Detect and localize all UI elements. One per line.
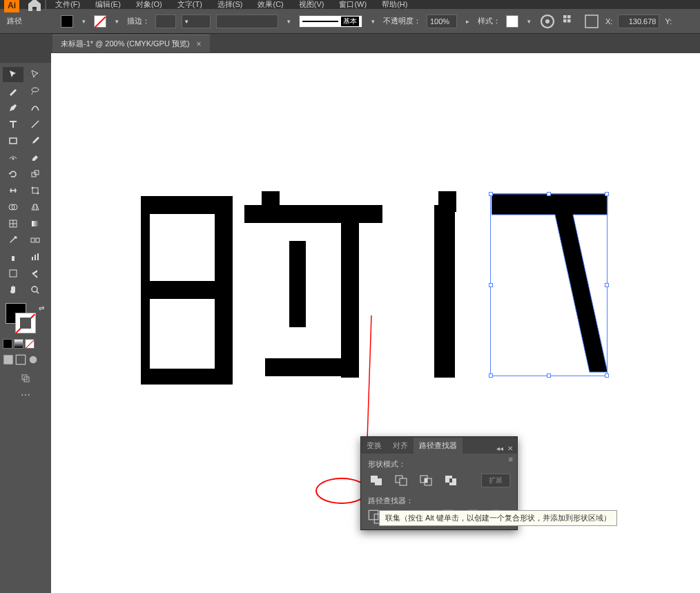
curvature-tool[interactable] <box>25 100 46 115</box>
selection-handle-bm[interactable] <box>547 373 551 378</box>
perspective-tool[interactable] <box>25 200 46 215</box>
mesh-tool[interactable] <box>3 216 23 231</box>
exclude-button[interactable] <box>443 474 459 487</box>
stroke-weight-input[interactable] <box>155 14 176 28</box>
brush-dropdown-icon[interactable]: ▾ <box>284 17 293 26</box>
shaper-tool[interactable] <box>3 150 23 165</box>
eyedropper-tool[interactable] <box>3 233 23 248</box>
selection-handle-tl[interactable] <box>489 192 493 196</box>
screen-mode-normal[interactable] <box>3 354 14 365</box>
svg-rect-21 <box>12 256 14 261</box>
style-dropdown-icon[interactable]: ▾ <box>524 17 534 26</box>
align-icon[interactable] <box>561 13 578 30</box>
minus-front-button[interactable] <box>393 474 409 487</box>
recolor-icon[interactable] <box>539 13 556 30</box>
rotate-tool[interactable] <box>3 166 23 182</box>
panel-close-icon[interactable]: ✕ <box>506 443 514 454</box>
control-bar: 路径 ▾ ▾ 描边： ▾ ▾ 基本 ▾ 不透明度： ▸ 样式： ▾ X: Y: <box>0 9 700 34</box>
rectangle-tool[interactable] <box>3 133 23 148</box>
width-tool[interactable] <box>3 183 23 198</box>
blend-tool[interactable] <box>25 233 46 248</box>
lasso-tool[interactable] <box>25 84 46 99</box>
tab-align[interactable]: 对齐 <box>387 438 414 454</box>
stroke-profile[interactable]: ▾ <box>182 14 211 28</box>
color-mode-gradient[interactable] <box>14 339 23 349</box>
artboard-tool[interactable] <box>3 266 23 281</box>
menu-file[interactable]: 文件(F) <box>48 0 87 10</box>
selection-bounds[interactable] <box>490 193 607 376</box>
zoom-tool[interactable] <box>25 282 46 298</box>
gradient-tool[interactable] <box>25 216 46 231</box>
menu-effect[interactable]: 效果(C) <box>251 0 290 10</box>
menu-help[interactable]: 帮助(H) <box>375 0 414 10</box>
menu-type[interactable]: 文字(T) <box>171 0 209 10</box>
unite-button[interactable] <box>368 474 385 487</box>
menu-window[interactable]: 窗口(W) <box>332 0 373 10</box>
edit-toolbar-icon[interactable]: ⋯ <box>15 387 36 402</box>
selection-handle-bl[interactable] <box>489 373 493 378</box>
stroke-style-dropdown-icon[interactable]: ▾ <box>368 17 378 26</box>
tab-transform[interactable]: 变换 <box>361 438 387 454</box>
type-tool[interactable] <box>3 117 23 132</box>
svg-rect-49 <box>425 478 427 483</box>
stroke-dropdown-icon[interactable]: ▾ <box>112 17 121 26</box>
fill-stroke-indicator[interactable]: ⇄ <box>3 303 48 336</box>
line-tool[interactable] <box>25 117 46 132</box>
selection-tool[interactable] <box>3 67 23 82</box>
menu-edit[interactable]: 编辑(E) <box>88 0 128 10</box>
eraser-tool[interactable] <box>25 150 46 165</box>
magic-wand-tool[interactable] <box>3 84 23 99</box>
hand-tool[interactable] <box>3 282 23 298</box>
home-icon[interactable] <box>26 0 43 9</box>
screen-mode-presentation[interactable] <box>28 354 39 365</box>
toolbox-grip[interactable] <box>0 53 51 63</box>
close-tab-icon[interactable]: × <box>197 39 202 49</box>
document-tab[interactable]: 未标题-1* @ 200% (CMYK/GPU 预览) × <box>52 35 210 52</box>
shape-builder-tool[interactable] <box>3 200 23 215</box>
stroke-style-preview[interactable]: 基本 <box>299 15 362 28</box>
selection-handle-br[interactable] <box>605 373 609 378</box>
selection-handle-ml[interactable] <box>489 283 493 287</box>
selection-handle-mr[interactable] <box>605 283 609 287</box>
transform-icon[interactable] <box>583 13 600 30</box>
intersect-button[interactable] <box>418 474 434 487</box>
svg-rect-8 <box>10 138 17 144</box>
canvas[interactable]: 变换 对齐 路径查找器 ◂◂ ✕ ≡ 形状模式： <box>51 53 700 593</box>
menu-object[interactable]: 对象(O) <box>129 0 169 10</box>
menu-select[interactable]: 选择(S) <box>211 0 250 10</box>
opacity-input[interactable] <box>427 14 457 28</box>
panel-menu-icon[interactable]: ≡ <box>509 455 513 463</box>
fill-swatch[interactable] <box>61 15 73 28</box>
selection-handle-tr[interactable] <box>605 192 609 196</box>
brush-def[interactable] <box>216 14 278 28</box>
pathfinders-label: 路径查找器： <box>368 496 510 506</box>
fill-dropdown-icon[interactable]: ▾ <box>79 17 88 26</box>
direct-selection-tool[interactable] <box>25 67 46 82</box>
tab-pathfinder[interactable]: 路径查找器 <box>414 438 463 454</box>
svg-point-1 <box>545 19 550 23</box>
expand-button[interactable]: 扩展 <box>481 474 510 487</box>
color-mode-solid[interactable] <box>3 339 12 349</box>
symbol-sprayer-tool[interactable] <box>3 249 23 264</box>
panel-collapse-icon[interactable]: ◂◂ <box>495 443 505 454</box>
scale-tool[interactable] <box>25 166 46 182</box>
column-graph-tool[interactable] <box>25 249 46 264</box>
swap-fill-stroke-icon[interactable]: ⇄ <box>39 304 44 312</box>
tooltip: 联集（按住 Alt 键单击，以创建一个复合形状，并添加到形状区域） <box>379 510 617 526</box>
pen-tool[interactable] <box>3 100 23 115</box>
slice-tool[interactable] <box>25 266 46 281</box>
screen-mode-full[interactable] <box>15 354 26 365</box>
stroke-indicator[interactable] <box>15 313 36 333</box>
x-input[interactable] <box>618 14 659 28</box>
stroke-swatch[interactable] <box>94 15 106 28</box>
opacity-dropdown-icon[interactable]: ▸ <box>463 17 472 26</box>
free-transform-tool[interactable] <box>25 183 46 198</box>
style-swatch[interactable] <box>506 15 518 28</box>
svg-rect-3 <box>567 15 571 19</box>
selection-handle-tm[interactable] <box>547 192 551 196</box>
draw-mode-icon[interactable] <box>15 371 36 386</box>
color-mode-none[interactable] <box>25 339 35 349</box>
menu-view[interactable]: 视图(V) <box>292 0 331 10</box>
svg-rect-5 <box>567 19 571 23</box>
paintbrush-tool[interactable] <box>25 133 46 148</box>
